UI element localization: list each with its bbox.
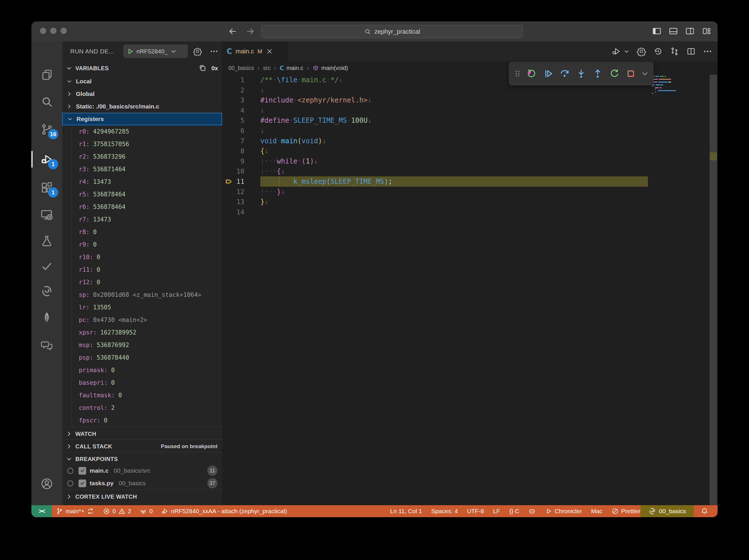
customize-layout-icon[interactable] [702,26,711,36]
call-stack-pane-header[interactable]: CALL STACK Paused on breakpoint [62,439,222,453]
run-or-debug-icon[interactable] [612,46,621,56]
activity-item-platform-tool[interactable] [31,279,62,303]
cortex-live-watch-pane-header[interactable]: CORTEX LIVE WATCH [62,490,222,503]
remote-indicator[interactable]: >< [31,505,52,517]
register-row[interactable]: faultmask:0 [62,389,222,402]
code-line[interactable]: 13}↓ [222,197,718,207]
compare-changes-icon[interactable] [670,46,679,56]
register-row[interactable]: r1:3758157056 [62,138,222,150]
register-row[interactable]: primask:0 [62,364,222,376]
register-row[interactable]: fpscr:0 [62,414,222,427]
launch-config-dropdown[interactable]: nRF52840_ [123,45,188,58]
register-row[interactable]: msp:536876992 [62,339,222,351]
breakpoint-checkbox[interactable] [79,479,86,487]
close-window-button[interactable] [40,28,46,34]
more-actions-icon[interactable] [210,47,219,56]
register-row[interactable]: r2:536873296 [62,150,222,163]
close-tab-icon[interactable] [266,48,273,55]
code-line[interactable]: 9····while·(1)↓ [222,156,718,166]
activity-item-accounts[interactable] [31,472,62,496]
register-row[interactable]: r4:13473 [62,175,222,188]
gutter[interactable]: 9 [222,156,260,166]
code-line[interactable]: 12····}↓ [222,187,718,197]
register-row[interactable]: r6:536878464 [62,201,222,213]
breakpoint-checkbox[interactable] [79,467,86,475]
code-line[interactable]: 6↓ [222,126,718,136]
register-row[interactable]: r12:0 [62,276,222,288]
activity-item-extensions[interactable]: 1 [31,175,62,200]
breadcrumb-item[interactable]: 00_basics [228,65,254,71]
debug-settings-gear-icon[interactable] [193,47,202,56]
status-language-mode[interactable]: {} C [509,508,519,515]
activity-item-mongodb[interactable] [31,305,62,330]
register-row[interactable]: r10:0 [62,251,222,263]
code-line[interactable]: 2↓ [222,85,718,95]
status-encoding[interactable]: UTF-8 [467,508,484,515]
debug-reset-device-button[interactable] [525,66,538,82]
minimize-window-button[interactable] [50,28,57,34]
code-line[interactable]: 3#include·<zephyr/kernel.h>↓ [222,95,718,105]
register-row[interactable]: r8:0 [62,226,222,238]
forward-icon[interactable] [245,26,255,36]
breakpoint-row[interactable]: main.c00_basics/src11 [62,465,222,477]
gutter[interactable]: 4 [222,105,260,115]
activity-item-comments[interactable] [31,333,62,358]
notifications-button[interactable] [699,505,710,517]
gutter[interactable]: 6 [222,126,260,136]
split-editor-icon[interactable] [686,46,696,56]
back-icon[interactable] [228,26,237,36]
register-row[interactable]: r7:13473 [62,213,222,226]
debug-restart-button[interactable] [607,66,621,82]
register-row[interactable]: r9:0 [62,238,222,251]
scope-row-global[interactable]: Global [62,88,222,100]
copy-value-icon[interactable] [198,64,207,72]
debug-drag-handle-button[interactable] [513,66,522,82]
gutter[interactable]: 2 [222,85,260,95]
code-line[interactable]: 10····{↓ [222,166,718,176]
code-editor[interactable]: 1/**·\file·main.c·*/↓2↓3#include·<zephyr… [222,75,718,505]
chevron-down-icon[interactable] [623,48,630,55]
register-row[interactable]: r0:4294967285 [62,125,222,138]
status-debug-target-status[interactable]: nRF52840_xxAA - attach (zephyr_practical… [161,508,287,515]
toggle-panel-icon[interactable] [668,26,678,36]
status-git-branch-status[interactable]: main*+ [56,508,94,515]
register-row[interactable]: r11:0 [62,263,222,276]
gutter[interactable]: 11 [222,176,260,187]
status-cursor-position[interactable]: Ln 11, Col 1 [390,508,422,515]
watch-pane-header[interactable]: WATCH [62,427,222,441]
code-line[interactable]: 5#define·SLEEP_TIME_MS·100U↓ [222,115,718,126]
gutter[interactable]: 14 [222,207,260,217]
gutter[interactable]: 7 [222,136,260,146]
project-badge[interactable]: 00_basics [641,505,693,517]
code-line[interactable]: 8{↓ [222,146,718,156]
gutter[interactable]: 8 [222,146,260,156]
debug-more-button[interactable] [641,66,649,82]
timeline-history-icon[interactable] [653,46,663,56]
scope-row-local[interactable]: Local [62,75,222,88]
status-platform-indicator[interactable]: Mac [591,508,603,515]
breadcrumb-item[interactable]: Cmain.c [279,65,303,72]
scope-row-static-basics-src-main-c[interactable]: Static: ./00_basics/src/main.c [62,100,222,113]
register-row[interactable]: basepri:0 [62,376,222,389]
debug-step-out-button[interactable] [591,66,604,82]
settings-gear-icon[interactable] [637,46,646,56]
gutter[interactable]: 12 [222,187,260,197]
register-row[interactable]: control:2 [62,402,222,414]
debug-step-over-button[interactable] [558,66,572,82]
breakpoints-pane-header[interactable]: BREAKPOINTS [62,452,222,466]
gutter[interactable]: 13 [222,197,260,207]
activity-item-source-control[interactable]: 16 [31,117,62,142]
status-ports-status[interactable]: 0 [140,508,153,515]
status-indentation[interactable]: Spaces: 4 [431,508,457,515]
register-row[interactable]: r3:536871464 [62,163,222,175]
activity-item-testing[interactable] [31,229,62,253]
toggle-sidebar-icon[interactable] [652,26,662,36]
code-line[interactable]: 11········k_msleep(SLEEP_TIME_MS);↓ [222,176,718,187]
tab-main-c[interactable]: C main.c M [222,41,288,61]
scope-row-registers[interactable]: Registers [62,113,222,125]
variables-pane-header[interactable]: VARIABLES 0x [62,61,222,75]
status-copilot[interactable] [528,508,536,515]
register-row[interactable]: psp:536878440 [62,351,222,364]
gutter[interactable]: 1 [222,75,260,85]
more-actions-icon[interactable] [703,46,712,56]
